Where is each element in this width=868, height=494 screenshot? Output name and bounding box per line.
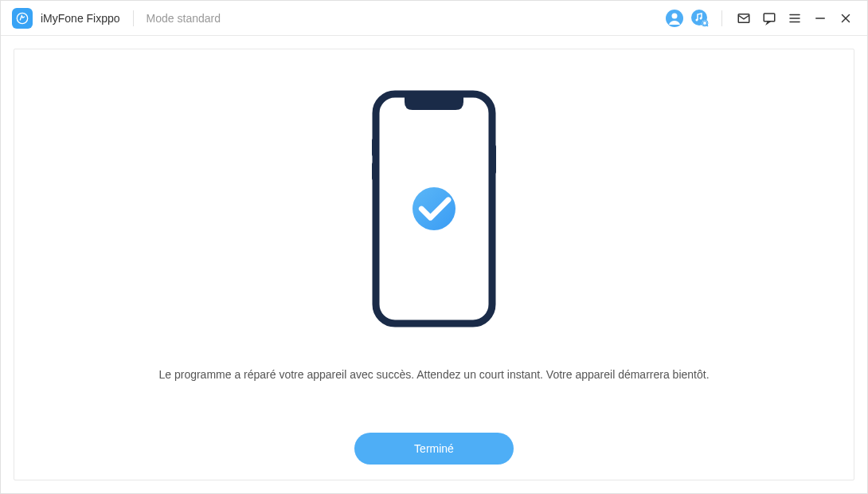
success-check-icon xyxy=(412,187,456,230)
svg-point-0 xyxy=(17,13,27,23)
titlebar-icons xyxy=(664,8,856,29)
titlebar: iMyFone Fixppo Mode standard xyxy=(1,1,867,36)
mode-label: Mode standard xyxy=(147,12,221,25)
content-panel: Le programme a réparé votre appareil ave… xyxy=(14,49,854,480)
feedback-icon[interactable] xyxy=(759,8,780,29)
app-logo-icon xyxy=(12,8,33,29)
svg-rect-18 xyxy=(372,139,376,156)
done-button[interactable]: Terminé xyxy=(354,433,514,465)
music-search-icon[interactable] xyxy=(690,8,710,29)
svg-rect-19 xyxy=(372,163,376,180)
content-area: Le programme a réparé votre appareil ave… xyxy=(1,36,867,493)
phone-illustration xyxy=(371,89,497,328)
menu-icon[interactable] xyxy=(784,8,805,29)
mail-icon[interactable] xyxy=(733,8,754,29)
account-icon[interactable] xyxy=(664,8,685,29)
minimize-icon[interactable] xyxy=(810,8,831,29)
app-window: iMyFone Fixppo Mode standard xyxy=(0,0,868,494)
close-icon[interactable] xyxy=(835,8,856,29)
divider xyxy=(133,10,134,26)
svg-point-5 xyxy=(700,17,702,19)
app-title: iMyFone Fixppo xyxy=(41,12,120,25)
svg-rect-10 xyxy=(764,14,775,22)
svg-rect-20 xyxy=(492,145,496,174)
svg-point-2 xyxy=(672,13,678,18)
svg-point-4 xyxy=(696,18,698,21)
status-message: Le programme a réparé votre appareil ave… xyxy=(158,368,709,381)
divider xyxy=(721,10,722,26)
